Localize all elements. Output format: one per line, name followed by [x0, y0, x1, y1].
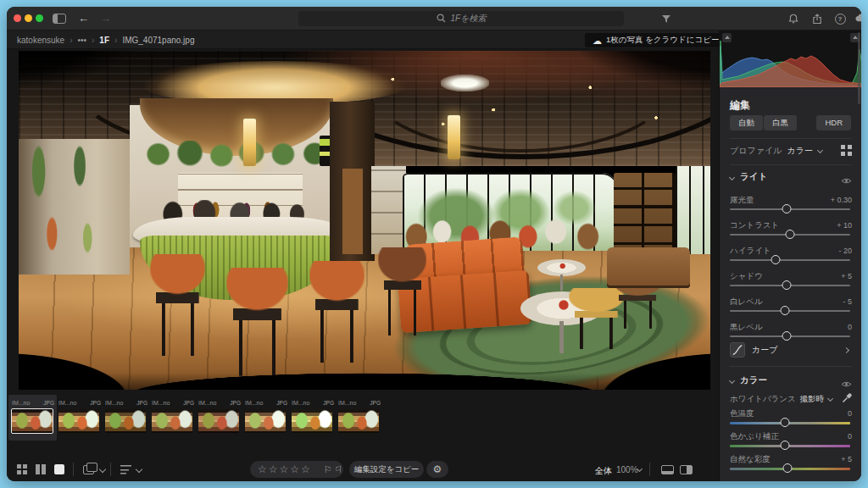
- slider-knob[interactable]: [783, 463, 793, 473]
- filmstrip-thumbnail[interactable]: [198, 409, 239, 433]
- filmstrip-item[interactable]: IM...no JPG: [292, 398, 334, 437]
- copy-to-cloud-button[interactable]: ☁ 1枚の写真 をクラウドにコピー: [585, 33, 726, 47]
- white-balance-value[interactable]: 撮影時: [800, 394, 825, 405]
- section-collapse-chevron-icon[interactable]: [729, 174, 735, 180]
- detail-view-icon[interactable]: [54, 464, 64, 474]
- copy-edit-settings-button[interactable]: 編集設定をコピー: [349, 461, 424, 478]
- filmstrip-item[interactable]: IM...no JPG: [105, 398, 147, 437]
- filmstrip-thumbnail[interactable]: [292, 409, 332, 433]
- filmstrip-item[interactable]: IM...no JPG: [245, 398, 287, 437]
- profile-chevron-icon[interactable]: [817, 147, 823, 152]
- search-icon: [437, 11, 446, 26]
- breadcrumb-collapsed[interactable]: •••: [78, 36, 87, 45]
- sidebar-toggle-icon[interactable]: [53, 14, 66, 24]
- filmstrip-thumbnail[interactable]: [105, 409, 146, 433]
- eye-icon[interactable]: [841, 173, 852, 188]
- eyedropper-icon[interactable]: [842, 391, 852, 407]
- auto-button[interactable]: 自動: [730, 115, 763, 130]
- curve-row[interactable]: カーブ: [730, 342, 852, 358]
- color-section-header[interactable]: カラー: [730, 374, 852, 386]
- color-section-title: カラー: [740, 374, 767, 386]
- thumbnail-filename: IM...no: [105, 400, 123, 406]
- filmstrip-thumbnail[interactable]: [58, 409, 99, 433]
- filmstrip-item[interactable]: IM...no JPG: [12, 398, 54, 437]
- white-balance-chevron-icon[interactable]: [827, 395, 833, 401]
- filmstrip-thumbnail[interactable]: [152, 409, 192, 433]
- filmstrip-thumbnail[interactable]: [338, 409, 379, 433]
- filmstrip-toggle-icon[interactable]: [661, 465, 674, 474]
- reject-flag-icon[interactable]: ⚐: [334, 465, 342, 474]
- help-icon[interactable]: ?: [833, 12, 847, 25]
- filmstrip-item[interactable]: IM...no JPG: [198, 398, 241, 437]
- settings-gear-button[interactable]: ⚙: [426, 461, 448, 478]
- star-rating-1[interactable]: ☆: [258, 464, 267, 474]
- filmstrip-item[interactable]: IM...no JPG: [58, 398, 101, 437]
- close-button[interactable]: [14, 14, 21, 22]
- histogram[interactable]: [720, 30, 861, 87]
- slider-knob[interactable]: [771, 255, 780, 264]
- notifications-bell-icon[interactable]: [787, 12, 800, 25]
- grid-view-icon[interactable]: [17, 464, 27, 474]
- slider-track[interactable]: [730, 422, 850, 424]
- forward-button[interactable]: →: [100, 11, 111, 26]
- panel-scrollbar[interactable]: [858, 32, 860, 104]
- star-rating-4[interactable]: ☆: [290, 464, 299, 474]
- thumbnail-filename: IM...no: [198, 400, 216, 406]
- zoom-percentage[interactable]: 100%: [616, 465, 638, 474]
- stack-view-chevron-icon[interactable]: [99, 466, 106, 473]
- eye-icon[interactable]: [841, 376, 852, 391]
- white-balance-row[interactable]: ホワイトバランス 撮影時: [730, 393, 852, 405]
- hdr-button[interactable]: HDR: [816, 115, 851, 130]
- slider-knob[interactable]: [781, 418, 790, 427]
- curve-icon[interactable]: [730, 342, 745, 358]
- slider-knob[interactable]: [786, 230, 795, 239]
- filmstrip-thumbnail[interactable]: [12, 409, 53, 433]
- slider-track[interactable]: [730, 445, 850, 447]
- gear-icon: ⚙: [433, 463, 442, 475]
- zoom-fit-label[interactable]: 全体: [595, 465, 612, 477]
- section-collapse-chevron-icon[interactable]: [729, 377, 735, 383]
- filmstrip-thumbnail[interactable]: [245, 409, 286, 433]
- filmstrip-item[interactable]: IM...no JPG: [338, 398, 381, 437]
- minimize-button[interactable]: [25, 14, 32, 22]
- back-button[interactable]: ←: [78, 11, 89, 26]
- toolbar-divider: [110, 463, 111, 476]
- compare-view-icon[interactable]: [36, 464, 46, 474]
- split-view-icon[interactable]: [680, 465, 693, 474]
- curve-label: カーブ: [752, 344, 777, 356]
- thumbnail-filename: IM...no: [245, 400, 263, 406]
- profile-row[interactable]: プロファイル カラー: [730, 144, 852, 158]
- bw-button[interactable]: 白黒: [764, 115, 797, 130]
- slider-knob[interactable]: [782, 204, 791, 214]
- star-rating-3[interactable]: ☆: [280, 464, 289, 474]
- share-icon[interactable]: [810, 12, 824, 25]
- slider-knob[interactable]: [781, 441, 790, 450]
- filmstrip-item[interactable]: IM...no JPG: [152, 398, 194, 437]
- cloud-status-icon[interactable]: [854, 12, 861, 25]
- profile-browser-icon[interactable]: [841, 145, 852, 156]
- sort-icon[interactable]: [120, 464, 131, 474]
- slider-knob[interactable]: [782, 331, 791, 341]
- breadcrumb-root[interactable]: katokensuke: [17, 36, 64, 45]
- main-photo-panorama[interactable]: [19, 51, 710, 390]
- profile-value[interactable]: カラー: [787, 145, 812, 157]
- cloud-upload-icon: ☁: [593, 36, 602, 45]
- zoom-button[interactable]: [36, 14, 43, 22]
- slider-knob[interactable]: [782, 280, 791, 290]
- stack-view-icon[interactable]: [83, 465, 94, 474]
- slider-track[interactable]: [730, 310, 850, 312]
- slider-knob[interactable]: [781, 306, 790, 315]
- thumbnail-filename: IM...no: [292, 400, 309, 406]
- light-section-header[interactable]: ライト: [730, 171, 852, 183]
- star-rating-2[interactable]: ☆: [269, 464, 278, 474]
- star-rating-5[interactable]: ☆: [301, 464, 310, 474]
- shadow-clipping-indicator[interactable]: [722, 33, 732, 42]
- search-input[interactable]: 1Fを検索: [298, 11, 624, 26]
- curve-expand-chevron-icon[interactable]: [843, 347, 849, 352]
- thumbnail-format-badge: JPG: [183, 400, 194, 406]
- filter-icon[interactable]: [659, 12, 673, 25]
- breadcrumb-folder[interactable]: 1F: [99, 36, 109, 45]
- sort-chevron-icon[interactable]: [136, 466, 142, 473]
- pick-flag-icon[interactable]: ⚐: [324, 465, 332, 474]
- slider-track[interactable]: [730, 259, 850, 261]
